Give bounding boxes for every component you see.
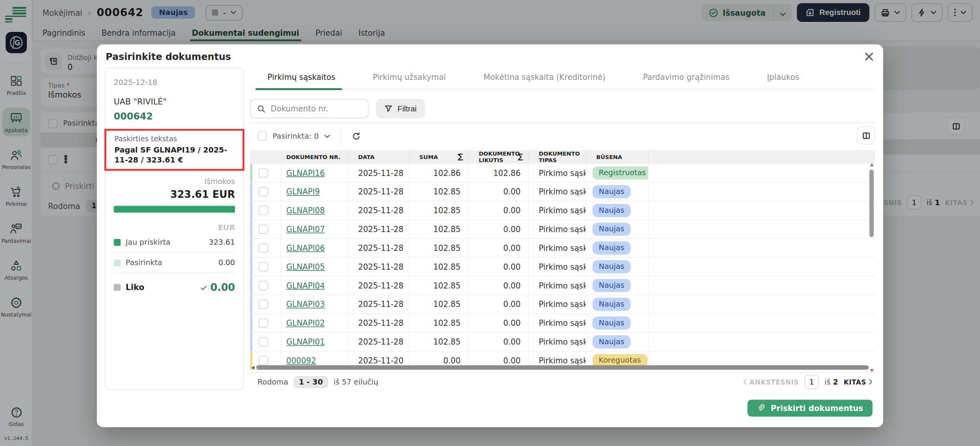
cell-likutis: 0.00 [469, 258, 529, 276]
legend-label: Pasirinkta [126, 259, 162, 267]
table-row[interactable]: GLNAPI05 2025-11-28 102.85 0.00 Pirkimo … [250, 258, 875, 277]
document-link[interactable]: GLNAPI01 [281, 337, 325, 347]
screen: G Pradžia Apskaita Personalas Pirkimai P… [0, 0, 980, 446]
previous-page-button[interactable]: ANKSTESNIS [743, 378, 799, 386]
document-link[interactable]: GLNAPI08 [281, 206, 325, 215]
status-strip [250, 333, 253, 351]
cell-date: 2025-11-28 [348, 182, 410, 201]
allocation-progress-bar [114, 206, 235, 213]
sum-icon[interactable]: ∑ [518, 153, 523, 161]
cell-likutis: 0.00 [469, 295, 529, 313]
search-icon [257, 104, 266, 113]
showing-label: Rodoma [258, 378, 288, 386]
horizontal-scrollbar[interactable] [251, 365, 869, 370]
cell-likutis: 102.86 [469, 164, 529, 182]
table-row[interactable]: GLNAPI08 2025-11-28 102.85 0.00 Pirkimo … [250, 201, 875, 220]
refresh-icon[interactable] [352, 132, 361, 141]
legend-value: 323.61 [209, 238, 235, 247]
row-checkbox[interactable] [259, 337, 268, 347]
cell-suma: 102.85 [409, 220, 469, 238]
row-checkbox[interactable] [259, 243, 268, 252]
document-link[interactable]: GLNAPI04 [281, 281, 325, 290]
select-documents-modal: Pasirinkite dokumentus 2025-12-18 UAB "R… [97, 45, 883, 427]
status-badge: Registruotas [593, 166, 649, 179]
row-checkbox[interactable] [259, 300, 268, 309]
document-link[interactable]: 000092 [281, 356, 316, 365]
document-link[interactable]: GLNAPI16 [281, 168, 325, 177]
cell-suma: 102.86 [409, 164, 469, 182]
cell-tipas: Pirkimo sąskait [529, 258, 586, 276]
row-checkbox[interactable] [259, 225, 268, 234]
col-busena[interactable]: BŪSENA [596, 154, 622, 160]
cell-date: 2025-11-28 [348, 164, 410, 182]
cell-likutis: 0.00 [469, 277, 529, 295]
row-checkbox[interactable] [259, 168, 268, 177]
status-badge: Naujas [593, 260, 631, 273]
paperclip-icon [757, 404, 765, 412]
modal-title: Pasirinkite dokumentus [106, 51, 231, 63]
legend-row: Pasirinkta 0.00 [114, 253, 235, 274]
columns-icon[interactable] [857, 126, 875, 144]
active-tab-underline [256, 88, 342, 90]
document-link[interactable]: GLNAPI03 [281, 300, 325, 309]
sum-icon[interactable]: ∑ [458, 153, 463, 161]
status-badge: Naujas [593, 185, 631, 198]
row-checkbox[interactable] [259, 187, 268, 196]
assign-documents-button[interactable]: Priskirti dokumentus [748, 400, 873, 416]
col-date[interactable]: DATA [358, 154, 375, 160]
table-row[interactable]: GLNAPI9 2025-11-28 102.85 0.00 Pirkimo s… [250, 182, 875, 201]
cell-suma: 102.85 [409, 314, 469, 332]
cell-date: 2025-11-28 [348, 314, 410, 332]
modal-tab[interactable]: Įplaukos [767, 73, 799, 82]
table-row[interactable]: GLNAPI02 2025-11-28 102.85 0.00 Pirkimo … [250, 314, 875, 333]
col-tipas[interactable]: DOKUMENTO TIPAS [539, 151, 575, 164]
modal-tab[interactable]: Mokėtina sąskaita (Kreditorinė) [483, 73, 605, 82]
document-link[interactable]: GLNAPI06 [281, 243, 325, 252]
cell-likutis: 0.00 [469, 333, 529, 351]
modal-tab[interactable]: Pirkimų užsakymai [373, 73, 446, 82]
status-strip [250, 220, 253, 238]
table-row[interactable]: GLNAPI16 2025-11-28 102.86 102.86 Pirkim… [250, 164, 875, 183]
page-number-box[interactable]: 1 [805, 375, 819, 389]
cell-likutis: 0.00 [469, 239, 529, 257]
table-row[interactable]: GLNAPI03 2025-11-28 102.85 0.00 Pirkimo … [250, 295, 875, 314]
rows-total-label: iš 57 eilučių [334, 378, 378, 386]
document-link[interactable]: GLNAPI02 [281, 318, 325, 328]
legend-row: Liko 0.00 [114, 274, 235, 299]
purpose-highlight-box: Paskirties tekstas Pagal SF GLNAPI19 / 2… [104, 129, 245, 171]
row-checkbox[interactable] [259, 262, 268, 271]
modal-tab[interactable]: Pirkimų sąskaitos [268, 73, 335, 82]
table-row[interactable]: GLNAPI06 2025-11-28 102.85 0.00 Pirkimo … [250, 239, 875, 258]
filters-button[interactable]: Filtrai [376, 99, 425, 118]
col-suma[interactable]: SUMA [420, 154, 438, 160]
cell-suma: 102.85 [409, 239, 469, 257]
row-checkbox[interactable] [259, 206, 268, 215]
next-page-button[interactable]: KITAS [844, 378, 873, 386]
document-link[interactable]: GLNAPI9 [281, 187, 320, 196]
chevron-down-icon [324, 134, 330, 138]
vertical-scrollbar[interactable] [869, 166, 874, 367]
cell-suma: 102.85 [409, 258, 469, 276]
table-row[interactable]: GLNAPI04 2025-11-28 102.85 0.00 Pirkimo … [250, 277, 875, 295]
table-row[interactable]: GLNAPI01 2025-11-28 102.85 0.00 Pirkimo … [250, 333, 875, 351]
modal-tab[interactable]: Pardavimo grąžinimas [643, 73, 729, 82]
search-input[interactable] [271, 104, 358, 113]
cell-tipas: Pirkimo sąskait [529, 239, 586, 257]
cell-date: 2025-11-28 [348, 295, 410, 313]
col-likutis[interactable]: DOKUMENTO LIKUTIS [479, 151, 515, 164]
filters-label: Filtrai [398, 104, 417, 113]
row-checkbox[interactable] [259, 318, 268, 328]
search-input-wrap[interactable] [250, 99, 369, 118]
select-all-checkbox[interactable] [258, 131, 267, 141]
col-document-nr[interactable]: DOKUMENTO NR. [286, 154, 340, 160]
cell-suma: 102.85 [409, 182, 469, 201]
close-icon[interactable] [865, 53, 873, 61]
status-strip [250, 182, 253, 201]
document-link[interactable]: GLNAPI07 [281, 225, 325, 234]
table-row[interactable]: GLNAPI07 2025-11-28 102.85 0.00 Pirkimo … [250, 220, 875, 239]
payment-company: UAB "RIVILĖ" [114, 97, 235, 106]
document-link[interactable]: GLNAPI05 [281, 262, 325, 271]
status-badge: Naujas [593, 279, 631, 292]
row-checkbox[interactable] [259, 281, 268, 290]
row-checkbox[interactable] [259, 356, 268, 365]
